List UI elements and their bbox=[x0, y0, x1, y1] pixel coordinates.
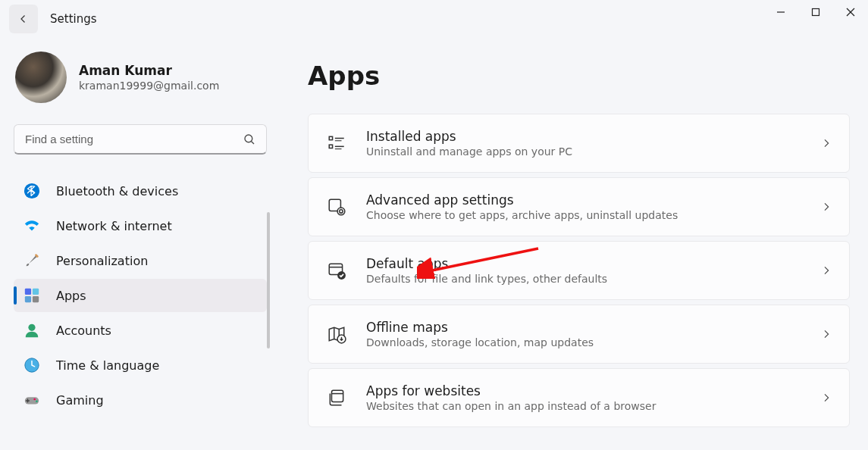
svg-point-15 bbox=[33, 398, 36, 401]
sidebar-item-label: Network & internet bbox=[56, 219, 172, 233]
maximize-button[interactable] bbox=[798, 0, 833, 24]
profile-email: kraman19999@gmail.com bbox=[79, 80, 219, 92]
card-installed-apps[interactable]: Installed apps Uninstall and manage apps… bbox=[308, 114, 850, 173]
svg-line-5 bbox=[251, 141, 254, 144]
sidebar-item-label: Accounts bbox=[56, 323, 111, 338]
svg-rect-18 bbox=[329, 145, 332, 148]
bluetooth-icon bbox=[23, 182, 41, 200]
card-subtitle: Defaults for file and link types, other … bbox=[366, 273, 820, 285]
nav-list: Bluetooth & devices Network & internet P… bbox=[14, 174, 267, 417]
paintbrush-icon bbox=[23, 252, 41, 270]
person-icon bbox=[23, 321, 41, 339]
card-list: Installed apps Uninstall and manage apps… bbox=[308, 114, 850, 427]
card-subtitle: Choose where to get apps, archive apps, … bbox=[366, 209, 820, 221]
apps-icon bbox=[23, 286, 41, 305]
sidebar-item-time-language[interactable]: Time & language bbox=[14, 348, 267, 382]
sidebar-item-label: Time & language bbox=[56, 358, 159, 373]
sidebar-item-bluetooth-devices[interactable]: Bluetooth & devices bbox=[14, 174, 267, 208]
svg-rect-10 bbox=[33, 296, 39, 302]
back-button[interactable] bbox=[9, 5, 38, 33]
search-box[interactable] bbox=[14, 124, 267, 155]
sidebar: Aman Kumar kraman19999@gmail.com Bluetoo… bbox=[0, 38, 280, 450]
card-title: Apps for websites bbox=[366, 383, 820, 398]
svg-point-4 bbox=[245, 135, 252, 142]
sidebar-item-label: Personalization bbox=[56, 254, 148, 268]
wifi-icon bbox=[23, 217, 41, 235]
clock-globe-icon bbox=[23, 356, 41, 374]
card-title: Offline maps bbox=[366, 320, 820, 335]
app-gear-icon bbox=[325, 195, 348, 218]
chevron-right-icon bbox=[820, 392, 832, 404]
gamepad-icon bbox=[23, 391, 41, 409]
page-title: Apps bbox=[308, 61, 850, 91]
maximize-icon bbox=[811, 8, 820, 17]
svg-point-16 bbox=[36, 401, 38, 403]
sidebar-item-personalization[interactable]: Personalization bbox=[14, 244, 267, 277]
svg-rect-30 bbox=[332, 390, 343, 402]
close-button[interactable] bbox=[833, 0, 868, 24]
card-subtitle: Uninstall and manage apps on your PC bbox=[366, 145, 820, 158]
close-icon bbox=[846, 8, 855, 17]
sidebar-item-apps[interactable]: Apps bbox=[14, 279, 267, 312]
card-apps-for-websites[interactable]: Apps for websites Websites that can open… bbox=[308, 368, 850, 427]
profile-block[interactable]: Aman Kumar kraman19999@gmail.com bbox=[14, 52, 267, 103]
titlebar: Settings bbox=[0, 0, 868, 38]
svg-rect-8 bbox=[33, 289, 39, 295]
chevron-right-icon bbox=[820, 328, 832, 340]
svg-rect-17 bbox=[329, 136, 332, 139]
map-download-icon bbox=[325, 323, 348, 345]
window-check-icon bbox=[325, 259, 348, 282]
minimize-button[interactable] bbox=[763, 0, 798, 24]
sidebar-item-label: Bluetooth & devices bbox=[56, 184, 178, 198]
search-input[interactable] bbox=[14, 124, 267, 155]
card-title: Default apps bbox=[366, 256, 820, 271]
card-title: Installed apps bbox=[366, 129, 820, 144]
avatar bbox=[15, 52, 67, 103]
window-stack-icon bbox=[325, 386, 348, 409]
card-subtitle: Downloads, storage location, map updates bbox=[366, 336, 820, 348]
svg-rect-7 bbox=[25, 289, 31, 295]
main-panel: Apps Installed apps Uninstall and manage… bbox=[280, 38, 868, 450]
profile-name: Aman Kumar bbox=[79, 63, 219, 78]
svg-rect-1 bbox=[813, 9, 819, 16]
card-subtitle: Websites that can open in an app instead… bbox=[366, 400, 820, 412]
list-icon bbox=[325, 132, 348, 155]
chevron-right-icon bbox=[820, 201, 832, 213]
sidebar-item-network-internet[interactable]: Network & internet bbox=[14, 209, 267, 242]
sidebar-item-accounts[interactable]: Accounts bbox=[14, 314, 267, 347]
back-arrow-icon bbox=[17, 12, 30, 26]
scrollbar-thumb[interactable] bbox=[267, 212, 270, 348]
svg-rect-9 bbox=[25, 296, 31, 302]
card-advanced-app-settings[interactable]: Advanced app settings Choose where to ge… bbox=[308, 177, 850, 236]
sidebar-item-label: Gaming bbox=[56, 393, 104, 408]
sidebar-item-gaming[interactable]: Gaming bbox=[14, 383, 267, 417]
chevron-right-icon bbox=[820, 137, 832, 149]
search-icon bbox=[243, 133, 256, 146]
minimize-icon bbox=[776, 8, 785, 17]
window-controls bbox=[763, 0, 868, 38]
chevron-right-icon bbox=[820, 264, 832, 277]
card-default-apps[interactable]: Default apps Defaults for file and link … bbox=[308, 241, 850, 300]
window-title: Settings bbox=[50, 12, 97, 26]
card-title: Advanced app settings bbox=[366, 192, 820, 208]
svg-point-11 bbox=[28, 324, 35, 331]
sidebar-item-label: Apps bbox=[56, 289, 86, 303]
card-offline-maps[interactable]: Offline maps Downloads, storage location… bbox=[308, 305, 850, 364]
